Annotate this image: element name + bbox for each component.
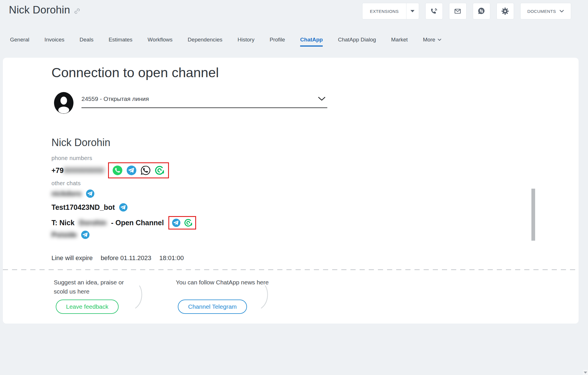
line-expiry-time: 18:01:00 [159,254,184,262]
chatapp-panel: Connection to open channel 24559 - Откры… [3,58,579,324]
header-actions: EXTENSIONS [362,3,571,19]
chatapp-icon[interactable] [184,218,193,227]
tab-chatapp-dialog[interactable]: ChatApp Dialog [338,37,376,47]
chat-name-suffix: - Open Channel [111,219,164,227]
phone-redacted: 000000000 [63,166,104,175]
chat-name-redacted: Poiside [51,231,77,239]
open-line-select[interactable]: 24559 - Открытая линия [81,95,327,108]
telegram-icon[interactable] [172,218,181,227]
decorative-arc [260,285,272,313]
tab-invoices[interactable]: Invoices [45,37,65,47]
extensions-button[interactable]: EXTENSIONS [362,3,419,19]
chevron-down-icon [559,10,564,13]
telegram-icon[interactable] [81,230,90,239]
phone-prefix: +79 [51,166,63,175]
page-title: Nick Dorohin [9,4,70,16]
feedback-text: Suggest an idea, praise or scold us here [54,278,139,296]
tab-market[interactable]: Market [391,37,408,47]
channel-avatar [54,92,74,114]
chevron-down-icon [318,97,326,101]
panel-scrollbar-thumb[interactable] [531,189,535,241]
tab-more-label: More [423,37,435,43]
chat-name-redacted: nickdoro [51,190,82,198]
channel-telegram-button[interactable]: Channel Telegram [178,300,247,314]
crm-contact-page: Nick Dorohin EXTENSIONS [0,0,588,375]
page-scrollbar-down-arrow[interactable] [583,370,588,375]
tab-more[interactable]: More [423,37,441,47]
chat-row: Poiside [51,230,90,239]
telegram-icon[interactable] [119,203,128,212]
extensions-dropdown-toggle[interactable] [406,3,419,19]
line-expiry: Line will expire before 01.11.2023 18:01… [51,254,184,262]
dashed-divider [3,269,579,270]
open-channel-highlight-box [168,216,196,230]
chat-row-open-channel: T: Nick Dorohin - Open Channel [51,216,196,230]
chat-name: Test170423ND_bot [51,203,115,212]
caret-down-icon [410,10,414,12]
gear-icon [501,7,509,15]
tab-deals[interactable]: Deals [79,37,93,47]
documents-label: DOCUMENTS [527,9,556,14]
contact-name: Nick Dorohin [51,137,110,149]
line-expiry-date: before 01.11.2023 [101,254,151,262]
phone-messenger-highlight-box [108,162,169,178]
open-channel-chat-button[interactable] [473,3,490,19]
phone-call-button[interactable] [425,3,443,19]
tab-dependencies[interactable]: Dependencies [188,37,222,47]
tab-profile[interactable]: Profile [270,37,285,47]
decorative-arc [134,285,146,313]
line-expiry-label: Line will expire [51,254,93,262]
page-header: Nick Dorohin [9,4,80,16]
tab-workflows[interactable]: Workflows [148,37,172,47]
chat-row: Test170423ND_bot [51,203,128,212]
leave-feedback-button[interactable]: Leave feedback [56,300,119,314]
whatsapp-outline-icon[interactable] [140,165,151,175]
telegram-icon[interactable] [86,189,95,198]
chat-name-redacted: Dorohin [79,219,107,227]
phone-numbers-label: phone numbers [51,155,92,161]
tab-history[interactable]: History [238,37,254,47]
tab-estimates[interactable]: Estimates [109,37,132,47]
documents-button[interactable]: DOCUMENTS [520,3,571,19]
extensions-label: EXTENSIONS [362,3,406,19]
chat-row: nickdoro [51,189,95,198]
email-button[interactable] [449,3,467,19]
whatsapp-icon[interactable] [112,165,123,175]
open-line-select-value: 24559 - Открытая линия [81,95,149,102]
settings-button[interactable] [497,3,514,19]
other-chats-label: other chats [51,180,81,187]
copy-link-icon[interactable] [73,7,80,14]
tab-general[interactable]: General [10,37,29,47]
chat-name-prefix: T: Nick [51,219,75,227]
telegram-icon[interactable] [126,165,137,175]
envelope-icon [453,7,462,15]
entity-tab-bar: General Invoices Deals Estimates Workflo… [10,37,441,47]
triangle-down-icon [584,372,587,374]
chat-transfer-icon [477,7,486,16]
tab-chatapp[interactable]: ChatApp [300,37,323,47]
chevron-down-icon [438,39,441,41]
panel-heading: Connection to open channel [51,65,219,80]
chatapp-icon[interactable] [154,165,165,175]
phone-icon [430,7,438,15]
phone-row: +79 000000000 [51,162,169,178]
